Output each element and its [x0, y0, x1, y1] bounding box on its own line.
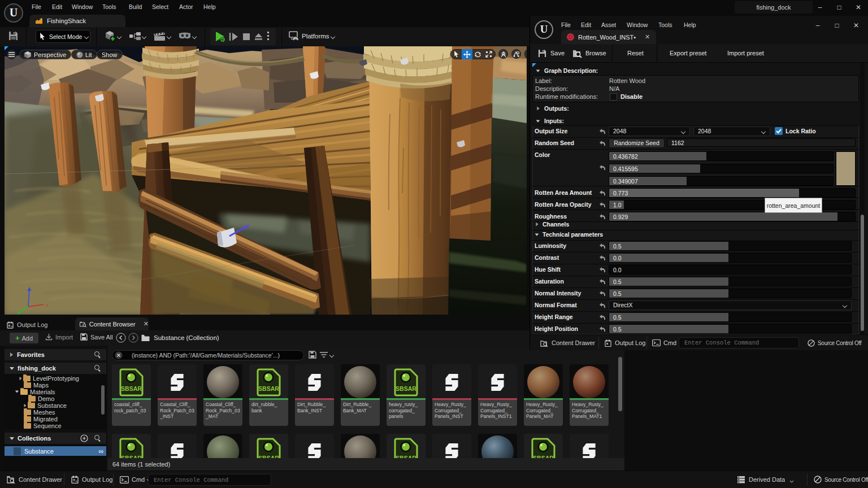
svg-text:SBSAR: SBSAR	[258, 385, 279, 392]
svg-text:SBSAR: SBSAR	[121, 385, 142, 392]
svg-text:SBSAR: SBSAR	[396, 385, 416, 392]
svg-text:x: x	[46, 303, 48, 308]
